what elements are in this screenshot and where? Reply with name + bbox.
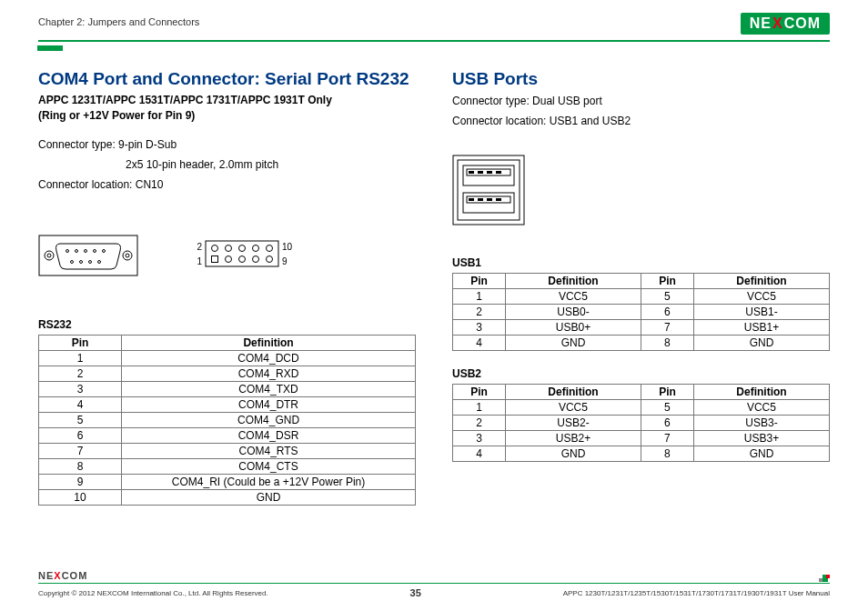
svg-point-13: [98, 260, 101, 263]
pin10-label: 10: [282, 242, 293, 252]
conn-loc: Connector location: CN10: [38, 176, 416, 193]
table-row: 3USB2+7USB3+: [453, 431, 830, 446]
pin-header-icon: 2 1 10 9: [193, 237, 302, 274]
footer-rule: [38, 583, 830, 584]
manual-name: APPC 1230T/1231T/1235T/1530T/1531T/1730T…: [563, 589, 830, 597]
conn-type-line1: Connector type: 9-pin D-Sub: [38, 136, 416, 153]
header-tick: [37, 45, 63, 51]
cell-def: USB2-: [505, 416, 641, 431]
rs232-table: Pin Definition 1COM4_DCD2COM4_RXD3COM4_T…: [38, 335, 416, 506]
dsub-icon: [38, 235, 138, 276]
cell-pin: 5: [641, 400, 693, 416]
cell-def: COM4_DSR: [122, 427, 416, 443]
cell-def: USB1-: [693, 305, 829, 320]
th-def: Definition: [693, 385, 829, 400]
cell-pin: 1: [453, 289, 506, 305]
cell-pin: 1: [453, 400, 506, 416]
svg-rect-35: [469, 198, 474, 201]
com4-diagrams: 2 1 10 9: [38, 235, 416, 276]
cell-pin: 9: [39, 474, 122, 489]
cell-def: COM4_DTR: [122, 396, 416, 412]
svg-rect-31: [487, 171, 492, 174]
cell-pin: 4: [39, 396, 122, 412]
table-row: 3USB0+7USB1+: [453, 320, 830, 336]
com4-title: COM4 Port and Connector: Serial Port RS2…: [38, 69, 416, 89]
usb-diagram: [452, 155, 830, 229]
table-row: 7COM4_RTS: [39, 443, 416, 458]
th-def: Definition: [505, 274, 641, 289]
svg-point-19: [267, 245, 273, 251]
conn-type-label: Connector type:: [38, 138, 118, 151]
com4-subtitle-line1: APPC 1231T/APPC 1531T/APPC 1731T/APPC 19…: [38, 94, 332, 106]
cell-pin: 8: [39, 458, 122, 474]
svg-point-16: [226, 245, 232, 251]
cell-pin: 2: [453, 416, 506, 431]
svg-point-4: [126, 254, 129, 257]
svg-point-8: [94, 249, 96, 252]
cell-def: USB0+: [505, 320, 641, 336]
pin9-label: 9: [282, 256, 288, 266]
cell-def: GND: [505, 446, 641, 462]
svg-point-6: [76, 249, 78, 252]
table-row: 9COM4_RI (Could be a +12V Power Pin): [39, 474, 416, 489]
svg-rect-38: [496, 198, 501, 201]
th-pin: Pin: [39, 335, 122, 350]
svg-point-11: [80, 260, 83, 263]
logo-text-right: COM: [784, 15, 821, 32]
cell-def: VCC5: [693, 400, 829, 416]
table-row: 2USB0-6USB1-: [453, 305, 830, 320]
cell-pin: 2: [453, 305, 506, 320]
usb-title: USB Ports: [452, 69, 830, 89]
copyright-text: Copyright © 2012 NEXCOM International Co…: [38, 589, 268, 597]
conn-type-line2: 2x5 10-pin header, 2.0mm pitch: [38, 156, 416, 173]
th-def: Definition: [505, 385, 641, 400]
cell-pin: 10: [39, 489, 122, 505]
cell-pin: 3: [453, 320, 506, 336]
svg-rect-20: [212, 255, 218, 262]
svg-point-23: [253, 255, 259, 262]
cell-pin: 8: [641, 446, 693, 462]
svg-rect-36: [478, 198, 483, 201]
com4-subtitle: APPC 1231T/APPC 1531T/APPC 1731T/APPC 19…: [38, 93, 416, 124]
table-row: 1VCC55VCC5: [453, 289, 830, 305]
cell-def: COM4_RTS: [122, 443, 416, 458]
svg-point-3: [123, 251, 132, 260]
pin1-label: 1: [197, 256, 202, 266]
cell-def: COM4_TXD: [122, 381, 416, 396]
chapter-title: Chapter 2: Jumpers and Connectors: [38, 13, 199, 27]
cell-def: USB3-: [693, 416, 829, 431]
logo-text-left: NE: [750, 15, 772, 32]
table-row: 2COM4_RXD: [39, 366, 416, 381]
cell-pin: 6: [641, 416, 693, 431]
cell-def: COM4_GND: [122, 412, 416, 427]
pin2-label: 2: [197, 242, 202, 252]
table-row: 3COM4_TXD: [39, 381, 416, 396]
cell-def: GND: [693, 336, 829, 351]
footer-logo-x: X: [54, 570, 61, 581]
svg-point-12: [89, 260, 92, 263]
cell-pin: 3: [453, 431, 506, 446]
svg-rect-37: [487, 198, 492, 201]
svg-point-21: [226, 255, 232, 262]
usb2-label: USB2: [452, 367, 830, 380]
footer-logo-right: COM: [62, 570, 88, 581]
cell-def: VCC5: [693, 289, 829, 305]
th-def: Definition: [693, 274, 829, 289]
cell-pin: 6: [39, 427, 122, 443]
conn-type-val1: 9-pin D-Sub: [118, 138, 177, 151]
cell-def: USB0-: [505, 305, 641, 320]
th-pin: Pin: [641, 385, 693, 400]
svg-point-24: [267, 255, 273, 262]
logo-text-x: X: [772, 15, 783, 32]
cell-def: COM4_RI (Could be a +12V Power Pin): [122, 474, 416, 489]
cell-def: USB1+: [693, 320, 829, 336]
table-row: 8COM4_CTS: [39, 458, 416, 474]
usb2-table: Pin Definition Pin Definition 1VCC55VCC5…: [452, 384, 830, 462]
left-column: COM4 Port and Connector: Serial Port RS2…: [38, 69, 416, 506]
svg-point-9: [103, 249, 106, 252]
cell-pin: 4: [453, 446, 506, 462]
svg-rect-30: [478, 171, 483, 174]
table-row: 1COM4_DCD: [39, 350, 416, 366]
table-row: 6COM4_DSR: [39, 427, 416, 443]
cell-def: VCC5: [505, 400, 641, 416]
